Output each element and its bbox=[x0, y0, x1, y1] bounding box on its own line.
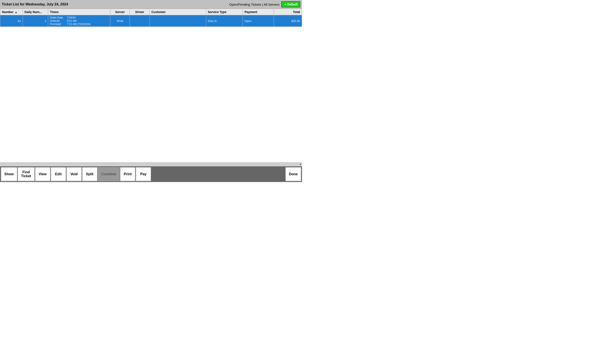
table-header-row: Number ▲ Daily Num... Times Server Drive… bbox=[0, 9, 302, 15]
void-button[interactable]: Void bbox=[66, 167, 82, 181]
times-orderdate-label: Order Date bbox=[50, 16, 66, 19]
header-right: Open/Pending Tickets | All Servers Defau… bbox=[229, 1, 300, 7]
cell-servicetype: Dine In bbox=[206, 15, 242, 27]
table-body: 34 1 Order Date 7/24/24 Ordered 6:51 bbox=[0, 15, 302, 27]
cell-payment: Open bbox=[243, 15, 274, 27]
table-row[interactable]: 34 1 Order Date 7/24/24 Ordered 6:51 bbox=[0, 15, 302, 27]
table-scroll[interactable]: Number ▲ Daily Num... Times Server Drive… bbox=[0, 9, 302, 162]
col-header-customer[interactable]: Customer bbox=[150, 9, 206, 15]
toolbar-spacer bbox=[151, 167, 285, 181]
cell-times: Order Date 7/24/24 Ordered 6:51 AM Promi… bbox=[48, 15, 110, 27]
times-promised-label: Promised bbox=[50, 23, 66, 26]
main-area: Number ▲ Daily Num... Times Server Drive… bbox=[0, 9, 302, 166]
cell-server: RAM bbox=[110, 15, 130, 27]
header-bar: Ticket List for Wednesday, July 24, 2024… bbox=[0, 0, 302, 9]
print-button[interactable]: Print bbox=[120, 167, 135, 181]
times-orderdate-value: 7/24/24 bbox=[67, 16, 76, 19]
scroll-indicator: ▼ bbox=[0, 162, 302, 166]
col-header-total[interactable]: Total bbox=[274, 9, 302, 15]
show-button[interactable]: Show bbox=[1, 167, 17, 181]
col-header-times[interactable]: Times bbox=[48, 9, 110, 15]
table-wrapper: Number ▲ Daily Num... Times Server Drive… bbox=[0, 9, 302, 162]
col-header-payment[interactable]: Payment bbox=[243, 9, 274, 15]
header-title: Ticket List for Wednesday, July 24, 2024 bbox=[2, 2, 68, 6]
times-ordered-value: 6:51 AM bbox=[67, 19, 76, 23]
col-header-dailynum[interactable]: Daily Num... bbox=[23, 9, 48, 15]
done-button[interactable]: Done bbox=[285, 167, 301, 181]
cell-customer bbox=[150, 15, 206, 27]
default-button[interactable]: Default bbox=[281, 1, 300, 7]
combine-button[interactable]: Combine bbox=[98, 167, 120, 181]
scroll-down-arrow-icon: ▼ bbox=[299, 163, 302, 166]
col-header-driver[interactable]: Driver bbox=[130, 9, 150, 15]
ticket-table: Number ▲ Daily Num... Times Server Drive… bbox=[0, 9, 302, 27]
cell-dailynum: 1 bbox=[23, 15, 48, 27]
cell-number: 34 bbox=[0, 15, 23, 27]
cell-total: $35.66 bbox=[274, 15, 302, 27]
col-header-server[interactable]: Server bbox=[110, 9, 130, 15]
pay-button[interactable]: Pay bbox=[136, 167, 151, 181]
cell-driver bbox=[130, 15, 150, 27]
col-header-servicetype[interactable]: Service Type bbox=[206, 9, 242, 15]
sort-arrow-number: ▲ bbox=[15, 11, 17, 14]
split-button[interactable]: Split bbox=[82, 167, 97, 181]
find-ticket-button[interactable]: Find Ticket bbox=[18, 167, 35, 181]
footer-toolbar: Show Find Ticket View Edit Void Split Co… bbox=[0, 166, 302, 182]
times-ordered-label: Ordered bbox=[50, 19, 66, 23]
times-promised-value: 7:21 AM (7/24/2024) bbox=[67, 23, 91, 26]
edit-button[interactable]: Edit bbox=[51, 167, 66, 181]
col-header-number[interactable]: Number ▲ bbox=[0, 9, 23, 15]
view-button[interactable]: View bbox=[35, 167, 50, 181]
header-status: Open/Pending Tickets | All Servers bbox=[229, 3, 279, 6]
